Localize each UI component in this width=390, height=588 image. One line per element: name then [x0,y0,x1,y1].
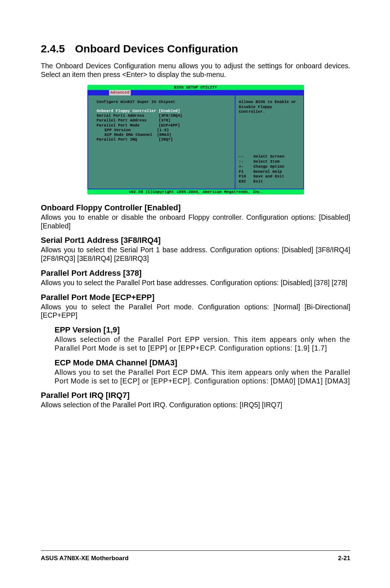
section-title: Onboard Devices Configuration [75,43,238,55]
bios-field-5[interactable]: ECP Mode DMA Channel [DMA3] [97,133,231,137]
option-body-1: Allows you to select the Serial Port 1 b… [41,246,350,263]
bios-menu-bar: Advanced [87,90,304,95]
bios-tab-advanced[interactable]: Advanced [109,90,131,95]
bios-key-row: ESCExit [239,179,300,184]
bios-field-4[interactable]: EPP Version [1.9] [97,128,231,133]
footer-right: 2-21 [338,555,350,562]
bios-key-action: Change Option [254,164,285,169]
bios-left-pane: Configure Win627 Super IO Chipset Onboar… [88,95,235,189]
bios-field-0[interactable]: Onboard Floppy Controller [Enabled] [97,109,231,113]
bios-key-action: Exit [254,179,263,184]
bios-key-row: F1General Help [239,169,300,175]
option-heading-0: Onboard Floppy Controller [Enabled] [41,203,350,213]
bios-subtitle: Configure Win627 Super IO Chipset [97,100,231,104]
bios-key-action: Select Screen [254,154,285,159]
bios-right-pane: Allows BIOS to Enable or Disable Floppy … [235,95,303,189]
page-footer: ASUS A7N8X-XE Motherboard 2-21 [41,555,350,562]
bios-key: F1 [239,169,254,175]
bios-key-row: +-Change Option [239,164,300,169]
bios-key: F10 [239,174,254,179]
option-heading-5: ECP Mode DMA Channel [DMA3] [41,358,350,368]
option-heading-1: Serial Port1 Address [3F8/IRQ4] [41,236,350,245]
option-heading-3: Parallel Port Mode [ECP+EPP] [41,293,350,302]
section-number: 2.4.5 [41,43,65,55]
option-body-0: Allows you to enable or disable the onbo… [41,213,350,231]
bios-key-action: General Help [254,169,282,175]
section-heading: 2.4.5Onboard Devices Configuration [41,43,350,55]
bios-title: BIOS SETUP UTILITY [87,85,304,90]
bios-help-text: Allows BIOS to Enable or Disable Floppy … [239,100,300,115]
option-body-5: Allows you to set the Parallel Port ECP … [41,368,350,386]
bios-field-3[interactable]: Parallel Port Mode [ECP+EPP] [97,123,231,128]
bios-key: +- [239,164,254,169]
bios-field-1[interactable]: Serial Port1 Address [3F8/IRQ4] [97,113,231,118]
option-body-2: Allows you to select the Parallel Port b… [41,279,350,287]
bios-copyright: v02.58 (C)Copyright 1985-2004, American … [87,189,304,194]
bios-key-action: Select Item [254,159,280,164]
bios-key-row: F10Save and Exit [239,174,300,179]
option-body-3: Allows you to select the Parallel Port m… [41,303,350,320]
option-body-6: Allows selection of the Parallel Port IR… [41,401,350,409]
bios-key-row: ←→Select Screen [239,154,300,159]
bios-key: ↑↓ [239,159,254,164]
intro-paragraph: The Onboard Devices Configuration menu a… [41,61,350,79]
bios-field-6[interactable]: Parallel Port IRQ [IRQ7] [97,137,231,142]
bios-key-row: ↑↓Select Item [239,159,300,164]
bios-key-action: Save and Exit [254,174,285,179]
bios-body: Configure Win627 Super IO Chipset Onboar… [87,95,304,189]
option-heading-2: Parallel Port Address [378] [41,269,350,278]
option-body-4: Allows selection of the Parallel Port EP… [41,335,350,353]
footer-left: ASUS A7N8X-XE Motherboard [41,555,129,562]
footer-rule [41,550,350,551]
bios-screenshot: BIOS SETUP UTILITY Advanced Configure Wi… [87,85,304,194]
bios-key: ←→ [239,154,254,159]
bios-key: ESC [239,179,254,184]
bios-key-legend: ←→Select Screen↑↓Select Item+-Change Opt… [239,154,300,184]
option-heading-4: EPP Version [1,9] [41,325,350,335]
option-heading-6: Parallel Port IRQ [IRQ7] [41,391,350,400]
bios-field-2[interactable]: Parallel Port Address [378] [97,118,231,123]
